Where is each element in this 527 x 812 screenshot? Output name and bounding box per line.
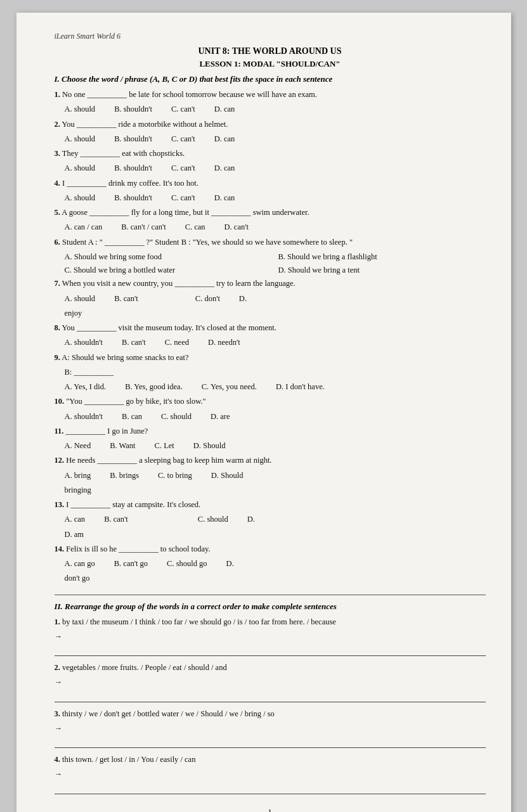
lesson-title: LESSON 1: MODAL "SHOULD/CAN" [55, 59, 486, 69]
section-ii: II. Rearrange the group of the words in … [55, 595, 486, 794]
rearrange-2: 2. vegetables / more fruits. / People / … [55, 661, 486, 702]
q6-options: A. Should we bring some food B. Should w… [65, 250, 486, 278]
q4-options: A. should B. shouldn't C. can't D. can [65, 191, 486, 205]
q14-c: C. should go [167, 557, 207, 570]
q10-text: 10. "You __________ go by bike, it's too… [55, 395, 486, 408]
q9-text-b: B: __________ [65, 366, 486, 379]
q9-d: D. I don't have. [276, 380, 325, 394]
q12-bringing: bringing [65, 484, 486, 497]
q2-text: 2. You __________ ride a motorbike witho… [55, 118, 486, 131]
q3-c: C. can't [171, 162, 195, 175]
q12-b: B. brings [110, 469, 139, 482]
unit-title: UNIT 8: THE WORLD AROUND US [55, 46, 486, 56]
q7-a: A. should [65, 292, 96, 306]
q4-d: D. can [214, 191, 235, 205]
q12-text: 12. He needs __________ a sleeping bag t… [55, 454, 486, 467]
q3-a: A. should [65, 162, 96, 175]
q4-b: B. shouldn't [114, 191, 152, 205]
q12-a: A. bring [65, 469, 91, 482]
q6-b: B. Should we bring a flashlight [278, 250, 486, 264]
q4-a: A. should [65, 191, 96, 205]
q14-d: D. [226, 557, 234, 570]
q8-text: 8. You __________ visit the museum today… [55, 321, 486, 335]
rearrange-4-words: 4. this town. / get lost / in / You / ea… [55, 753, 486, 766]
rearrange-1: 1. by taxi / the museum / I think / too … [55, 615, 486, 657]
q14-b: B. can't go [114, 557, 148, 570]
q7-d: D. [239, 292, 247, 306]
q5-d: D. can't [224, 221, 249, 234]
section-i-title: I. Choose the word / phrase (A, B, C or … [55, 74, 486, 84]
q10-options: A. shouldn't B. can C. should D. are [65, 410, 486, 423]
rearrange-2-words: 2. vegetables / more fruits. / People / … [55, 661, 486, 674]
q12-d: D. Should [211, 469, 244, 482]
q6-c: C. Should we bring a bottled water [65, 264, 272, 277]
q14-options: A. can go B. can't go C. should go D. [65, 557, 486, 570]
section-ii-title: II. Rearrange the group of the words in … [55, 602, 486, 612]
q13-a: A. can [65, 513, 86, 526]
page-number: 1 [55, 807, 486, 813]
q1-options: A. should B. shouldn't C. can't D. can [65, 103, 486, 116]
q1-b: B. shouldn't [114, 103, 152, 116]
q14-text: 14. Felix is ill so he __________ to sch… [55, 543, 486, 556]
rearrange-3-arrow: → [55, 722, 486, 735]
rearrange-1-arrow: → [55, 630, 486, 643]
q8-b: B. can't [122, 336, 146, 349]
q2-options: A. should B. shouldn't C. can't D. can [65, 132, 486, 146]
rearrange-3: 3. thirsty / we / don't get / bottled wa… [55, 707, 486, 749]
q3-options: A. should B. shouldn't C. can't D. can [65, 162, 486, 175]
q1-c: C. can't [171, 103, 195, 116]
q6-text: 6. Student A : " __________ ?" Student B… [55, 236, 486, 249]
rearrange-1-answer-line [55, 645, 486, 656]
q2-a: A. should [65, 132, 96, 146]
q11-d: D. Should [193, 439, 226, 453]
q11-b: B. Want [110, 439, 135, 453]
q11-options: A. Need B. Want C. Let D. Should [65, 439, 486, 453]
q10-a: A. shouldn't [65, 410, 103, 423]
rearrange-section: 1. by taxi / the museum / I think / too … [55, 615, 486, 794]
q13-options: A. can B. can't C. should D. [65, 513, 486, 526]
q3-b: B. shouldn't [114, 162, 152, 175]
q8-c: C. need [165, 336, 189, 349]
q2-b: B. shouldn't [114, 132, 152, 146]
q7-b: B. can't [114, 292, 138, 306]
q13-text: 13. I __________ stay at campsite. It's … [55, 498, 486, 512]
q10-d: D. are [211, 410, 230, 423]
rearrange-2-arrow: → [55, 676, 486, 689]
rearrange-2-answer-line [55, 691, 486, 702]
q8-options: A. shouldn't B. can't C. need D. needn't [65, 336, 486, 349]
q1-a: A. should [65, 103, 96, 116]
q13-b: B. can't [104, 513, 128, 526]
q7-text: 7. When you visit a new country, you ___… [55, 277, 486, 290]
rearrange-3-answer-line [55, 737, 486, 748]
q10-b: B. can [122, 410, 142, 423]
rearrange-4-answer-line [55, 783, 486, 794]
q1-text: 1. No one __________ be late for school … [55, 88, 486, 101]
q2-d: D. can [214, 132, 235, 146]
q11-c: C. Let [155, 439, 174, 453]
app-title: iLearn Smart World 6 [55, 32, 486, 41]
rearrange-1-words: 1. by taxi / the museum / I think / too … [55, 615, 486, 629]
q7-c: C. don't [195, 292, 220, 306]
q2-c: C. can't [171, 132, 195, 146]
q5-text: 5. A goose __________ fly for a long tim… [55, 206, 486, 219]
q6-d: D. Should we bring a tent [278, 264, 486, 277]
q6-a: A. Should we bring some food [65, 250, 272, 264]
q13-dam: D. am [65, 528, 486, 541]
q3-text: 3. They __________ eat with chopsticks. [55, 147, 486, 160]
questions-section: 1. No one __________ be late for school … [55, 88, 486, 586]
q12-c: C. to bring [158, 469, 192, 482]
q11-text: 11. __________ I go in June? [55, 425, 486, 438]
q14-dontgo: don't go [65, 572, 486, 585]
q10-c: C. should [161, 410, 192, 423]
rearrange-4: 4. this town. / get lost / in / You / ea… [55, 753, 486, 794]
q9-options: A. Yes, I did. B. Yes, good idea. C. Yes… [65, 380, 486, 394]
q5-c: C. can [185, 221, 205, 234]
q5-options: A. can / can B. can't / can't C. can D. … [65, 221, 486, 234]
q9-text-a: 9. A: Should we bring some snacks to eat… [55, 351, 486, 364]
page: iLearn Smart World 6 UNIT 8: THE WORLD A… [16, 13, 511, 812]
q11-a: A. Need [65, 439, 91, 453]
q1-d: D. can [214, 103, 235, 116]
q9-c: C. Yes, you need. [202, 380, 257, 394]
q4-text: 4. I __________ drink my coffee. It's to… [55, 177, 486, 190]
rearrange-4-arrow: → [55, 768, 486, 781]
